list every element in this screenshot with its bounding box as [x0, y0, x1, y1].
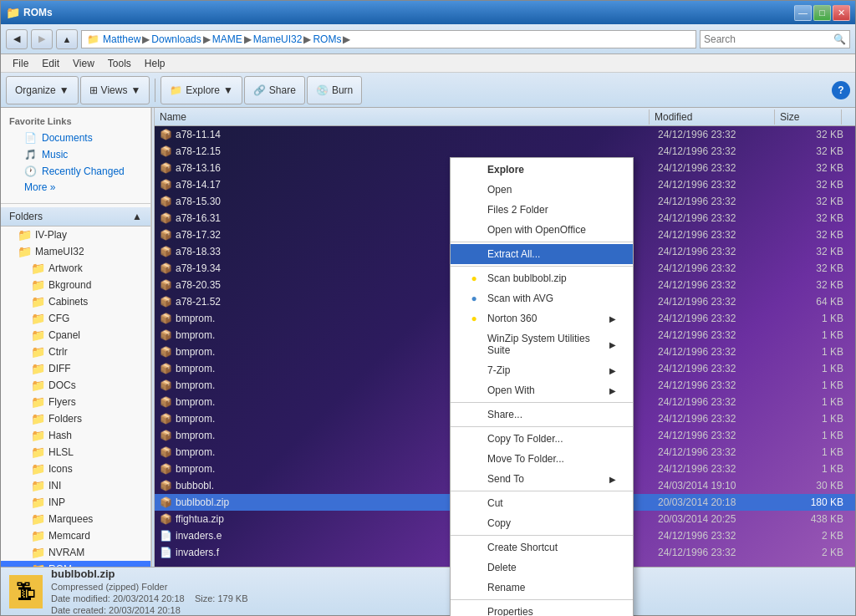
cm-separator [451, 402, 633, 403]
cm-item-open[interactable]: Open [451, 180, 633, 200]
cm-item-rename[interactable]: Rename [451, 578, 633, 598]
cm-separator [451, 491, 633, 491]
cm-separator [451, 426, 633, 427]
cm-item-properties[interactable]: Properties [451, 602, 633, 616]
cm-item-copytofolder[interactable]: Copy To Folder... [451, 429, 633, 449]
cm-item-openwith[interactable]: Open With ▶ [451, 380, 633, 400]
cm-separator [451, 266, 633, 267]
cm-item-scan-avg[interactable]: ● Scan with AVG [451, 288, 633, 308]
cm-separator [451, 242, 633, 242]
cm-item-create-shortcut[interactable]: Create Shortcut [451, 537, 633, 557]
cm-avg-icon: ● [467, 293, 481, 304]
cm-item-share[interactable]: Share... [451, 405, 633, 425]
cm-item-openofficalt[interactable]: Open with OpenOffice [451, 220, 633, 240]
cm-item-scan-norton[interactable]: ● Scan bublbobl.zip [451, 268, 633, 288]
cm-item-7zip[interactable]: 7-Zip ▶ [451, 360, 633, 380]
cm-item-winzip[interactable]: WinZip System Utilities Suite ▶ [451, 328, 633, 360]
cm-item-explore[interactable]: Explore [451, 160, 633, 180]
cm-submenu-arrow: ▶ [609, 386, 616, 395]
cm-item-movetofolder[interactable]: Move To Folder... [451, 449, 633, 469]
context-menu-overlay: Explore Open Files 2 Folder Open with Op… [0, 0, 856, 616]
cm-item-copy[interactable]: Copy [451, 513, 633, 533]
cm-submenu-arrow: ▶ [609, 314, 616, 323]
cm-item-norton360[interactable]: ● Norton 360 ▶ [451, 308, 633, 328]
cm-separator [451, 599, 633, 600]
cm-norton-scan-icon: ● [467, 272, 481, 284]
cm-item-files2folder[interactable]: Files 2 Folder [451, 200, 633, 220]
context-menu: Explore Open Files 2 Folder Open with Op… [450, 157, 634, 616]
cm-submenu-arrow: ▶ [609, 366, 616, 375]
cm-item-sendto[interactable]: Send To ▶ [451, 469, 633, 489]
cm-submenu-arrow: ▶ [609, 475, 616, 484]
cm-item-cut[interactable]: Cut [451, 493, 633, 513]
cm-item-delete[interactable]: Delete [451, 557, 633, 578]
cm-submenu-arrow: ▶ [609, 340, 616, 349]
cm-item-extractall[interactable]: Extract All... [451, 244, 633, 264]
cm-separator [451, 535, 633, 536]
cm-norton360-icon: ● [467, 313, 481, 324]
